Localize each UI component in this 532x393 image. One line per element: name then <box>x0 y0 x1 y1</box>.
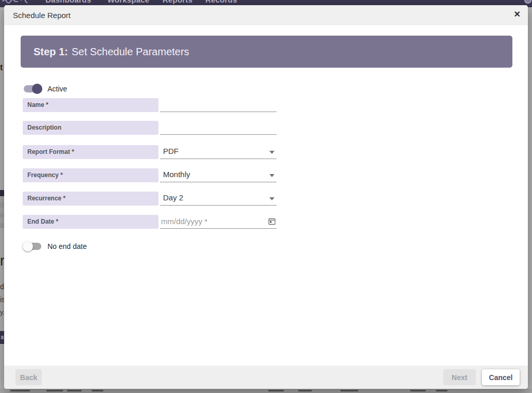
nav-item-records[interactable]: Records <box>205 0 237 4</box>
end-date-field-label: End Date * <box>23 215 158 229</box>
description-input-wrap <box>160 121 277 135</box>
field-row-end-date: End Date * <box>23 215 277 229</box>
end-date-input-wrap <box>160 215 277 229</box>
name-input[interactable] <box>160 98 277 111</box>
screen: t r de is y. Dashboards <box>0 0 532 393</box>
description-input[interactable] <box>160 121 277 134</box>
recurrence-field-label: Recurrence * <box>23 192 158 206</box>
description-field-label: Description <box>23 121 158 135</box>
step-banner: Step 1:Set Schedule Parameters <box>21 36 512 68</box>
modal-header: Schedule Report ✕ <box>4 5 528 25</box>
recurrence-select[interactable]: Day 2 <box>160 192 277 206</box>
field-row-report-format: Report Format * PDF <box>23 145 277 159</box>
recurrence-value: Day 2 <box>163 193 183 202</box>
frequency-value: Monthly <box>163 170 190 179</box>
modal-title: Schedule Report <box>13 11 71 20</box>
field-row-description: Description <box>23 121 277 135</box>
report-format-value: PDF <box>163 147 179 155</box>
name-input-wrap <box>160 98 277 112</box>
no-end-date-toggle-row: No end date <box>23 241 87 251</box>
modal-footer: Back Next Cancel <box>4 366 528 389</box>
toggle-knob <box>32 84 42 94</box>
active-toggle-label: Active <box>47 85 67 93</box>
no-end-date-toggle[interactable] <box>23 241 42 251</box>
back-button[interactable]: Back <box>15 369 42 385</box>
schedule-report-modal: Schedule Report ✕ Step 1:Set Schedule Pa… <box>4 5 528 389</box>
close-icon[interactable]: ✕ <box>514 9 521 19</box>
field-row-frequency: Frequency * Monthly <box>23 168 277 182</box>
report-format-select[interactable]: PDF <box>160 145 277 159</box>
frequency-field-label: Frequency * <box>23 168 158 182</box>
cancel-button[interactable]: Cancel <box>482 369 520 385</box>
frequency-select[interactable]: Monthly <box>160 168 277 182</box>
calendar-icon[interactable] <box>268 217 276 227</box>
nav-item-workspace[interactable]: Workspace <box>107 0 150 4</box>
name-field-label: Name * <box>23 98 158 112</box>
chevron-down-icon <box>269 197 275 200</box>
end-date-input[interactable] <box>160 215 263 228</box>
toggle-knob <box>23 241 33 251</box>
nav-item-dashboards[interactable]: Dashboards <box>45 0 91 4</box>
avatar-icon[interactable] <box>524 0 531 4</box>
active-toggle[interactable] <box>23 84 42 94</box>
step-number-label: Step 1: <box>34 46 68 57</box>
report-format-field-label: Report Format * <box>23 145 158 159</box>
chevron-down-icon <box>269 174 275 177</box>
step-title: Set Schedule Parameters <box>72 46 189 57</box>
nav-item-reports[interactable]: Reports <box>163 0 192 4</box>
chevron-down-icon <box>269 151 275 154</box>
next-button[interactable]: Next <box>443 369 476 385</box>
field-row-name: Name * <box>23 98 277 112</box>
no-end-date-toggle-label: No end date <box>47 242 87 250</box>
field-row-recurrence: Recurrence * Day 2 <box>23 192 277 206</box>
active-toggle-row: Active <box>23 84 67 94</box>
